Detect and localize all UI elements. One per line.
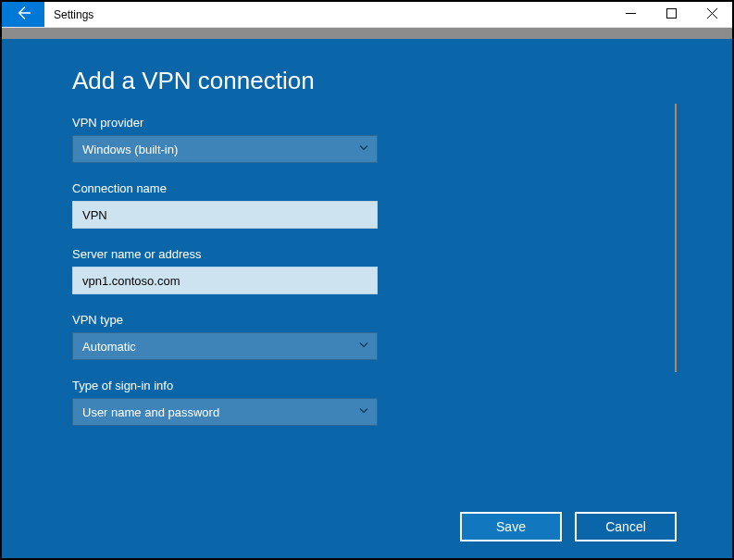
close-icon: [707, 7, 717, 21]
content-panel: Add a VPN connection VPN provider Window…: [2, 39, 732, 558]
secondary-bar: [2, 28, 732, 39]
window-controls: [610, 2, 732, 27]
svg-rect-1: [666, 9, 676, 19]
title-bar: Settings: [2, 2, 732, 28]
arrow-left-icon: [15, 5, 31, 25]
vpn-provider-value: Windows (built-in): [82, 143, 178, 156]
maximize-button[interactable]: [651, 2, 691, 27]
vpn-provider-select[interactable]: Windows (built-in): [72, 135, 378, 163]
vpn-type-value: Automatic: [82, 340, 136, 354]
sign-in-type-group: Type of sign-in info User name and passw…: [72, 379, 662, 426]
connection-name-label: Connection name: [72, 181, 662, 195]
vpn-provider-group: VPN provider Windows (built-in): [72, 116, 662, 163]
connection-name-group: Connection name VPN: [72, 181, 662, 229]
chevron-down-icon: [358, 340, 369, 354]
footer-buttons: Save Cancel: [460, 512, 677, 541]
sign-in-type-label: Type of sign-in info: [72, 379, 662, 392]
maximize-icon: [666, 7, 677, 21]
save-button[interactable]: Save: [460, 512, 562, 541]
vpn-provider-label: VPN provider: [72, 116, 662, 130]
page-title: Add a VPN connection: [72, 67, 662, 95]
minimize-icon: [626, 7, 636, 21]
connection-name-value: VPN: [82, 208, 107, 222]
minimize-button[interactable]: [610, 2, 651, 27]
cancel-button[interactable]: Cancel: [575, 512, 677, 541]
scrollbar[interactable]: [675, 104, 677, 372]
save-label: Save: [496, 519, 526, 534]
chevron-down-icon: [358, 143, 369, 156]
chevron-down-icon: [358, 405, 369, 419]
sign-in-type-select[interactable]: User name and password: [72, 398, 378, 426]
server-address-group: Server name or address vpn1.contoso.com: [72, 247, 662, 294]
vpn-type-select[interactable]: Automatic: [72, 332, 378, 360]
close-button[interactable]: [691, 2, 732, 27]
sign-in-type-value: User name and password: [82, 405, 219, 419]
server-address-value: vpn1.contoso.com: [82, 274, 180, 288]
server-address-input[interactable]: vpn1.contoso.com: [72, 267, 378, 294]
cancel-label: Cancel: [605, 519, 646, 534]
back-button[interactable]: [2, 2, 44, 27]
window-title: Settings: [44, 2, 103, 27]
server-address-label: Server name or address: [72, 247, 662, 261]
connection-name-input[interactable]: VPN: [72, 201, 378, 229]
vpn-type-group: VPN type Automatic: [72, 313, 662, 360]
vpn-type-label: VPN type: [72, 313, 662, 327]
